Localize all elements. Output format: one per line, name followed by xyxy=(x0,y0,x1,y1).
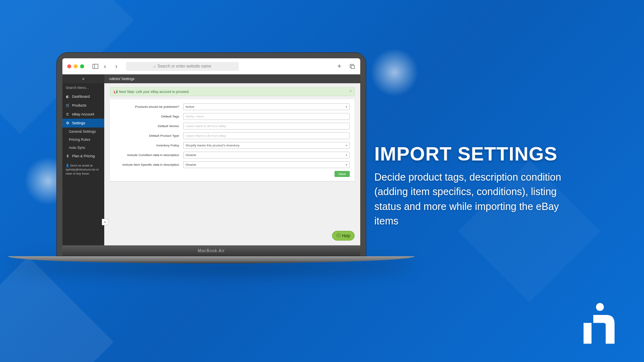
gear-icon: ⚙ xyxy=(66,121,70,125)
dashboard-icon: ◐ xyxy=(66,95,70,99)
select-input[interactable]: Shopify tracks this product's inventory xyxy=(183,142,350,149)
window-controls xyxy=(67,64,84,68)
form-row: Default Tagstshirts, mens xyxy=(115,113,350,120)
brand-logo xyxy=(576,302,620,346)
sidebar-toggle-icon[interactable] xyxy=(92,63,99,70)
svg-rect-5 xyxy=(584,323,592,344)
form-row: Default Product TypeLeave blank to fill … xyxy=(115,132,350,139)
sidebar-item-label: Plan & Pricing xyxy=(72,154,95,158)
form-row: Include Condition data in descriptionDis… xyxy=(115,152,350,158)
close-icon[interactable] xyxy=(67,64,71,68)
sidebar-item-products[interactable]: 🛒 Products xyxy=(62,101,104,110)
sidebar-item-label: eBay Account xyxy=(72,112,94,116)
settings-form: Products should be published?ActiveDefau… xyxy=(110,99,355,181)
menu-icon: ≡ xyxy=(82,77,84,81)
form-row: Inventory PolicyShopify tracks this prod… xyxy=(115,142,350,149)
form-label: Default Vendor xyxy=(115,124,179,128)
sidebar-item-dashboard[interactable]: ◐ Dashboard xyxy=(62,92,104,101)
next-step-alert: 📢 Next Step: Link your eBay account to p… xyxy=(110,87,355,96)
ebay-icon: E xyxy=(66,112,70,116)
form-label: Default Tags xyxy=(115,115,179,118)
form-row: Include Item Specific data in descriptio… xyxy=(115,161,350,168)
cart-icon: 🛒 xyxy=(66,103,70,107)
text-input[interactable]: tshirts, mens xyxy=(183,113,350,120)
select-input[interactable]: Disable xyxy=(183,152,350,158)
new-tab-icon[interactable]: ＋ xyxy=(336,63,343,70)
text-input[interactable]: Leave blank to fill from eBay xyxy=(183,123,350,130)
breadcrumb-root[interactable]: Admin xyxy=(109,77,120,81)
sidebar-item-ebay-account[interactable]: E eBay Account xyxy=(62,110,104,119)
dollar-icon: $ xyxy=(66,154,70,158)
address-placeholder: Search or enter website name xyxy=(157,64,211,68)
svg-rect-0 xyxy=(93,64,98,68)
lens-flare xyxy=(370,48,419,97)
form-row: Default VendorLeave blank to fill from e… xyxy=(115,123,350,130)
sidebar-hamburger[interactable]: ≡ xyxy=(62,74,104,83)
browser-toolbar: ‹ › ⌕ Search or enter website name ＋ xyxy=(62,58,360,74)
select-input[interactable]: Disable xyxy=(183,161,350,168)
form-label: Default Product Type xyxy=(115,134,179,138)
text-input[interactable]: Leave blank to fill from eBay xyxy=(183,132,350,139)
sidebar-subitem-pricing-rules[interactable]: Pricing Rules xyxy=(62,136,104,144)
sidebar-subitem-auto-sync[interactable]: Auto Sync xyxy=(62,144,104,152)
sidebar-item-settings[interactable]: ⚙ Settings xyxy=(62,119,104,128)
sidebar-item-label: Products xyxy=(72,103,87,107)
tabs-icon[interactable] xyxy=(349,63,355,70)
alert-text: Next Step: Link your eBay account to pro… xyxy=(119,90,189,94)
form-row: Products should be published?Active xyxy=(115,103,350,110)
search-icon: ⌕ xyxy=(153,64,156,68)
sidebar-item-label: Settings xyxy=(72,121,85,125)
sidebar-help-text: 👤 Send us email at epihelp@infoshore.biz… xyxy=(62,160,104,179)
svg-point-4 xyxy=(596,303,604,311)
back-icon[interactable]: ‹ xyxy=(102,63,108,70)
sidebar: ≡ Search Menu... ◐ Dashboard 🛒 Products … xyxy=(62,74,104,245)
minimize-icon[interactable] xyxy=(74,64,78,68)
bg-shape xyxy=(0,257,114,362)
laptop-base xyxy=(8,256,415,263)
form-label: Inventory Policy xyxy=(115,144,179,147)
help-icon: ⓘ xyxy=(336,233,341,239)
help-button[interactable]: ⓘ Help xyxy=(332,231,355,241)
sidebar-item-plan-pricing[interactable]: $ Plan & Pricing xyxy=(62,152,104,160)
announcement-icon: 📢 xyxy=(114,90,119,94)
maximize-icon[interactable] xyxy=(80,64,84,68)
sidebar-search[interactable]: Search Menu... xyxy=(62,83,104,92)
alert-close-button[interactable]: × xyxy=(349,89,352,93)
form-label: Products should be published? xyxy=(115,105,179,109)
svg-rect-3 xyxy=(351,65,355,68)
address-bar[interactable]: ⌕ Search or enter website name xyxy=(126,62,239,71)
marketing-heading: IMPORT SETTINGS xyxy=(374,143,576,165)
laptop-hinge-label: MacBook Air xyxy=(62,245,360,256)
user-icon: 👤 xyxy=(66,164,70,167)
select-input[interactable]: Active xyxy=(183,103,350,110)
forward-icon[interactable]: › xyxy=(113,63,120,70)
form-label: Include Item Specific data in descriptio… xyxy=(115,163,179,167)
form-label: Include Condition data in description xyxy=(115,153,179,157)
sidebar-subitem-general-settings[interactable]: General Settings xyxy=(62,128,104,136)
laptop-mockup: ‹ › ⌕ Search or enter website name ＋ xyxy=(56,52,366,263)
help-label: Help xyxy=(342,234,350,238)
breadcrumb: Admin/ Settings xyxy=(104,74,360,83)
marketing-copy: IMPORT SETTINGS Decide product tags, des… xyxy=(374,143,576,228)
breadcrumb-current: Settings xyxy=(122,77,135,81)
save-button[interactable]: Save xyxy=(334,171,350,177)
marketing-body: Decide product tags, description conditi… xyxy=(374,170,576,228)
sidebar-item-label: Dashboard xyxy=(72,95,90,99)
